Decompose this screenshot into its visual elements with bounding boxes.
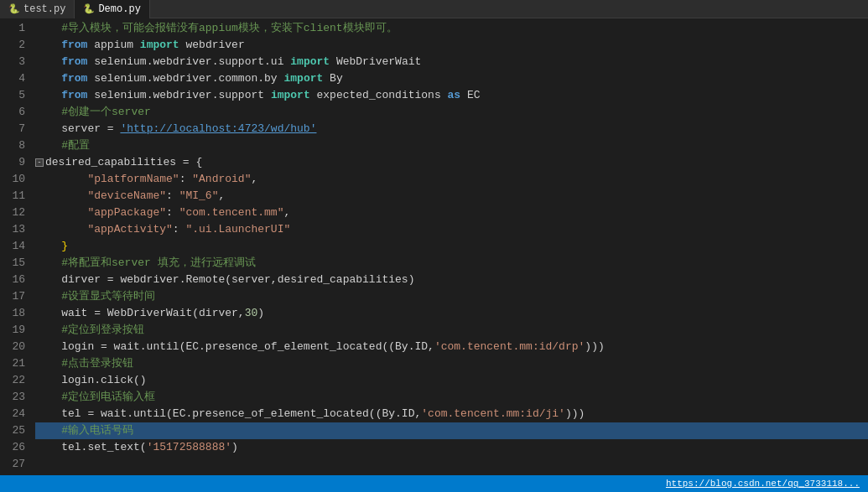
code-line-12: "appPackage": "com.tencent.mm", — [35, 205, 868, 221]
line-number-12: 12 — [0, 205, 25, 221]
token: webdriver — [179, 37, 245, 54]
token — [35, 188, 87, 205]
token: server = — [35, 121, 120, 137]
token: from — [61, 87, 87, 104]
code-line-23: #定位到电话输入框 — [35, 389, 868, 406]
token: By — [323, 70, 342, 87]
line-number-8: 8 — [0, 137, 25, 154]
line-number-21: 21 — [0, 355, 25, 372]
token: #定位到登录按钮 — [35, 322, 144, 339]
code-content[interactable]: #导入模块，可能会报错没有appium模块，安装下client模块即可。 fro… — [32, 18, 868, 475]
line-number-17: 17 — [0, 288, 25, 305]
code-line-8: #配置 — [35, 137, 868, 154]
tab-icon: 🐍 — [83, 3, 95, 14]
token: selenium.webdriver.common.by — [87, 70, 283, 87]
token: from — [61, 70, 87, 87]
token: 'com.tencent.mm:id/ji' — [421, 406, 565, 422]
token: #定位到电话输入框 — [35, 389, 155, 406]
line-number-14: 14 — [0, 238, 25, 255]
token: ) — [257, 305, 264, 322]
token: "appActivity" — [87, 221, 172, 238]
token: ))) — [565, 406, 585, 422]
code-line-18: wait = WebDriverWait(dirver,30) — [35, 305, 868, 322]
status-link[interactable]: https://blog.csdn.net/qq_3733118... — [666, 479, 860, 489]
token: dirver = webdriver.Remote(server,desired… — [35, 272, 414, 288]
code-line-22: login.click() — [35, 372, 868, 389]
line-numbers: 1234567891011121314151617181920212223242… — [0, 18, 32, 475]
line-number-10: 10 — [0, 171, 25, 188]
token: from — [61, 37, 87, 54]
token: , — [218, 188, 225, 205]
code-line-5: from selenium.webdriver.support import e… — [35, 87, 868, 104]
token: import — [271, 87, 310, 104]
token: 30 — [245, 305, 258, 322]
line-number-25: 25 — [0, 422, 25, 439]
line-number-20: 20 — [0, 339, 25, 355]
code-line-4: from selenium.webdriver.common.by import… — [35, 70, 868, 87]
code-line-19: #定位到登录按钮 — [35, 322, 868, 339]
line-number-13: 13 — [0, 221, 25, 238]
token: tel = wait.until(EC.presence_of_element_… — [35, 406, 421, 422]
code-line-21: #点击登录按钮 — [35, 355, 868, 372]
token: : — [166, 205, 179, 221]
token: #设置显式等待时间 — [35, 288, 155, 305]
token: import — [290, 54, 330, 70]
token — [35, 70, 61, 87]
token: : — [166, 188, 179, 205]
token: : — [179, 171, 193, 188]
token: "platformName" — [87, 171, 179, 188]
token — [35, 87, 61, 104]
status-bar: https://blog.csdn.net/qq_3733118... — [0, 475, 868, 492]
token: login = wait.until(EC.presence_of_elemen… — [35, 339, 434, 355]
token: #将配置和server 填充，进行远程调试 — [35, 255, 256, 272]
token — [35, 37, 61, 54]
token: appium — [87, 37, 139, 54]
code-line-14: } — [35, 238, 868, 255]
token: EC — [460, 87, 480, 104]
code-line-20: login = wait.until(EC.presence_of_elemen… — [35, 339, 868, 355]
token: import — [140, 37, 179, 54]
token — [35, 238, 61, 255]
token: import — [283, 70, 323, 87]
code-area: 1234567891011121314151617181920212223242… — [0, 18, 868, 475]
code-line-25: #输入电话号码 — [35, 422, 868, 439]
code-line-10: "platformName": "Android", — [35, 171, 868, 188]
line-number-7: 7 — [0, 121, 25, 137]
token: , — [251, 171, 257, 188]
token: ) — [231, 439, 238, 456]
token: "deviceName" — [87, 188, 166, 205]
code-line-1: #导入模块，可能会报错没有appium模块，安装下client模块即可。 — [35, 20, 868, 37]
fold-icon[interactable]: - — [35, 158, 44, 167]
line-number-24: 24 — [0, 406, 25, 422]
editor-container: 🐍test.py🐍Demo.py 12345678910111213141516… — [0, 0, 868, 492]
code-line-6: #创建一个server — [35, 104, 868, 121]
token: '15172588888' — [147, 439, 231, 456]
code-line-11: "deviceName": "MI_6", — [35, 188, 868, 205]
token: "MI_6" — [179, 188, 219, 205]
line-number-11: 11 — [0, 188, 25, 205]
line-number-19: 19 — [0, 322, 25, 339]
token: : — [173, 221, 186, 238]
tab-test-py[interactable]: 🐍test.py — [0, 0, 75, 18]
token: tel.set_text( — [35, 439, 147, 456]
token: from — [61, 54, 87, 70]
tab-bar: 🐍test.py🐍Demo.py — [0, 0, 868, 18]
token: expected_conditions — [310, 87, 448, 104]
line-number-27: 27 — [0, 456, 25, 473]
line-number-23: 23 — [0, 389, 25, 406]
code-line-16: dirver = webdriver.Remote(server,desired… — [35, 272, 868, 288]
line-number-4: 4 — [0, 70, 25, 87]
code-line-26: tel.set_text('15172588888') — [35, 439, 868, 456]
token: "com.tencent.mm" — [179, 205, 284, 221]
code-line-17: #设置显式等待时间 — [35, 288, 868, 305]
token: selenium.webdriver.support — [87, 87, 270, 104]
token: wait = WebDriverWait(dirver, — [35, 305, 245, 322]
line-number-1: 1 — [0, 20, 25, 37]
line-number-18: 18 — [0, 305, 25, 322]
tab-Demo-py[interactable]: 🐍Demo.py — [75, 0, 149, 18]
token: desired_capabilities = { — [45, 154, 202, 171]
token: 'http://localhost:4723/wd/hub' — [120, 121, 316, 137]
token: , — [283, 205, 290, 221]
token: 'com.tencent.mm:id/drp' — [434, 339, 585, 355]
token — [35, 205, 87, 221]
